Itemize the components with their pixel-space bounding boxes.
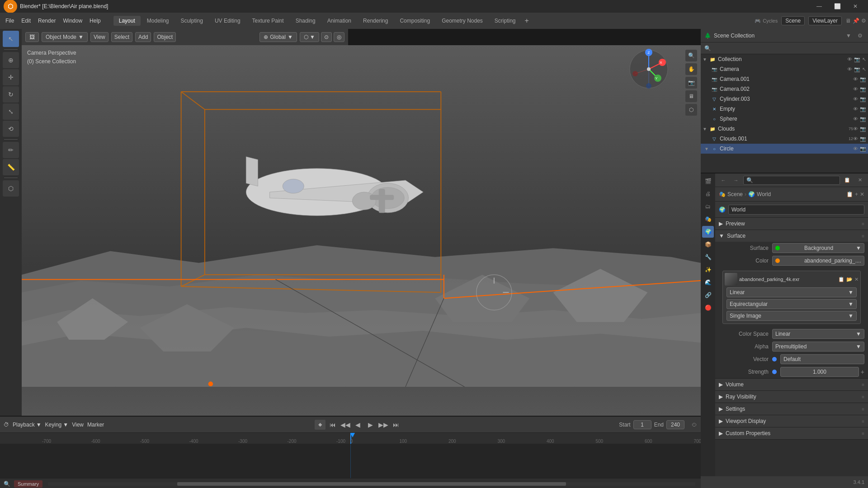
add-button[interactable]: Add	[135, 32, 151, 42]
menu-edit[interactable]: Edit	[18, 16, 34, 26]
prop-constraints-icon[interactable]: 🔗	[702, 289, 714, 301]
workspace-scripting[interactable]: Scripting	[489, 16, 521, 26]
viewport-display-header[interactable]: ▶ Viewport Display ≡	[715, 415, 868, 427]
prop-search-input[interactable]	[743, 176, 840, 185]
workspace-compositing[interactable]: Compositing	[394, 16, 435, 26]
vp-wireframe[interactable]: ⬡	[685, 104, 697, 116]
outliner-circle[interactable]: ▼ ○ Circle 👁 📷	[701, 144, 868, 154]
eye-icon[interactable]: 👁	[853, 146, 858, 152]
pin-icon[interactable]: 📌	[853, 18, 859, 24]
layer-selector[interactable]: ViewLayer	[808, 16, 842, 25]
outliner-options[interactable]: ⚙	[856, 32, 864, 40]
tool-cursor[interactable]: ⊕	[3, 52, 19, 68]
overlay-button[interactable]: ⊙	[321, 32, 332, 42]
settings-menu[interactable]: ≡	[862, 407, 864, 412]
alpha-dropdown[interactable]: Premultiplied ▼	[772, 342, 864, 352]
view-button[interactable]: View	[90, 32, 108, 42]
prop-object-icon[interactable]: 📦	[702, 239, 714, 250]
render-icon[interactable]: 📷	[860, 106, 866, 112]
viewport-shading-dropdown[interactable]: ⬡ ▼	[300, 32, 319, 42]
prop-physics-icon[interactable]: 🌊	[702, 277, 714, 288]
tool-measure[interactable]: 📏	[3, 159, 19, 175]
timeline-scrollbar[interactable]	[48, 482, 695, 486]
outliner-search[interactable]: 🔍	[701, 42, 868, 54]
select-icon[interactable]: ↖	[862, 56, 866, 62]
navigation-gizmo[interactable]: X Y Z	[628, 49, 669, 89]
timeline-scrollbar-thumb[interactable]	[177, 482, 566, 486]
close-button[interactable]: ✕	[846, 0, 864, 13]
world-name-input[interactable]	[728, 205, 864, 215]
eye-icon[interactable]: 👁	[853, 86, 858, 92]
prop-scene-icon[interactable]: 🎭	[702, 213, 714, 225]
tl-play-forward[interactable]: ▶	[365, 419, 376, 430]
eye-icon[interactable]: 👁	[853, 136, 858, 142]
outliner-sphere[interactable]: ○ Sphere 👁 📷	[701, 114, 868, 124]
outliner-clouds-001[interactable]: ▽ Clouds.001 12 👁 📷	[701, 134, 868, 144]
keying-dropdown[interactable]: Keying ▼	[45, 422, 69, 428]
strength-add-btn[interactable]: +	[861, 368, 864, 375]
tl-prev-keyframe[interactable]: ◀◀	[340, 419, 351, 430]
start-frame[interactable]: 1	[633, 420, 651, 429]
preview-section-header[interactable]: ▶ Preview ≡	[715, 218, 868, 230]
menu-window[interactable]: Window	[59, 16, 86, 26]
tool-annotate[interactable]: ✏	[3, 142, 19, 158]
eye-icon[interactable]: 👁	[853, 126, 858, 132]
menu-file[interactable]: File	[2, 16, 18, 26]
search-icon[interactable]: 🔍	[4, 481, 10, 487]
eye-icon[interactable]: 👁	[847, 66, 852, 72]
color-dropdown[interactable]: abandoned_parking_....	[772, 256, 864, 266]
xray-button[interactable]: ◎	[334, 32, 344, 42]
tool-move[interactable]: ✛	[3, 69, 19, 85]
timeline-tracks[interactable]	[0, 444, 701, 478]
outliner-search-input[interactable]	[711, 45, 864, 52]
prop-modifier-icon[interactable]: 🔧	[702, 251, 714, 263]
render-icon[interactable]: 📷	[860, 126, 866, 132]
render-icon[interactable]: 📷	[860, 96, 866, 102]
colorspace-dropdown[interactable]: Linear ▼	[772, 329, 864, 339]
workspace-rendering[interactable]: Rendering	[358, 16, 393, 26]
render-icon[interactable]: 📷	[860, 116, 866, 122]
prop-output-icon[interactable]: 🖨	[702, 188, 714, 200]
custom-props-header[interactable]: ▶ Custom Properties ≡	[715, 427, 868, 439]
marker-dropdown[interactable]: Marker	[87, 422, 104, 428]
tool-select[interactable]: ↖	[3, 31, 19, 47]
viewport[interactable]: Camera Perspective (0) Scene Collection …	[22, 45, 701, 416]
workspace-shading[interactable]: Shading	[290, 16, 321, 26]
workspace-sculpting[interactable]: Sculpting	[175, 16, 208, 26]
interpolation-dropdown[interactable]: Linear ▼	[726, 287, 857, 297]
menu-help[interactable]: Help	[86, 16, 104, 26]
eye-icon[interactable]: 👁	[847, 56, 852, 62]
tool-transform[interactable]: ⟲	[3, 121, 19, 137]
preview-menu[interactable]: ≡	[862, 221, 864, 226]
tl-next-keyframe[interactable]: ▶▶	[378, 419, 389, 430]
minimize-button[interactable]: —	[810, 0, 828, 13]
render-icon[interactable]: 📷	[860, 86, 866, 92]
prop-unlink-icon[interactable]: ✕	[854, 175, 865, 186]
prop-copy-btn[interactable]: 📋	[846, 191, 853, 197]
tool-scale[interactable]: ⤡	[3, 103, 19, 120]
workspace-animation[interactable]: Animation	[322, 16, 357, 26]
outliner-empty[interactable]: ✕ Empty 👁 📷	[701, 104, 868, 114]
volume-section-header[interactable]: ▶ Volume ≡	[715, 379, 868, 390]
maximize-button[interactable]: ⬜	[828, 0, 846, 13]
render-engine[interactable]: Cycles	[763, 18, 778, 23]
transform-dropdown[interactable]: ⊕ Global ▼	[259, 32, 297, 42]
vp-render[interactable]: 🖥	[685, 90, 697, 102]
tl-keyframe-indicator[interactable]: ◆	[315, 420, 326, 430]
workspace-layout[interactable]: Layout	[113, 16, 141, 26]
eye-icon[interactable]: 👁	[853, 76, 858, 82]
outliner-clouds[interactable]: ▼ 📁 Clouds 75 👁 📷	[701, 124, 868, 134]
breadcrumb-world[interactable]: World	[757, 191, 771, 197]
settings-icon[interactable]: ⚙	[861, 18, 866, 24]
vp-pan[interactable]: ✋	[685, 63, 697, 75]
tl-fps-icon[interactable]: ⏲	[692, 422, 697, 428]
outliner-filter[interactable]: ▼	[844, 32, 853, 40]
summary-button[interactable]: Summary	[14, 480, 42, 488]
prop-del-btn[interactable]: ✕	[860, 191, 864, 197]
object-button[interactable]: Object	[154, 32, 176, 42]
outliner-camera-001[interactable]: 📷 Camera.001 👁 📷	[701, 74, 868, 84]
breadcrumb-scene[interactable]: Scene	[727, 191, 743, 197]
object-mode-dropdown[interactable]: Object Mode ▼	[42, 32, 88, 42]
prop-new-btn[interactable]: +	[855, 191, 858, 197]
image-copy-icon[interactable]: 📋	[838, 277, 844, 282]
